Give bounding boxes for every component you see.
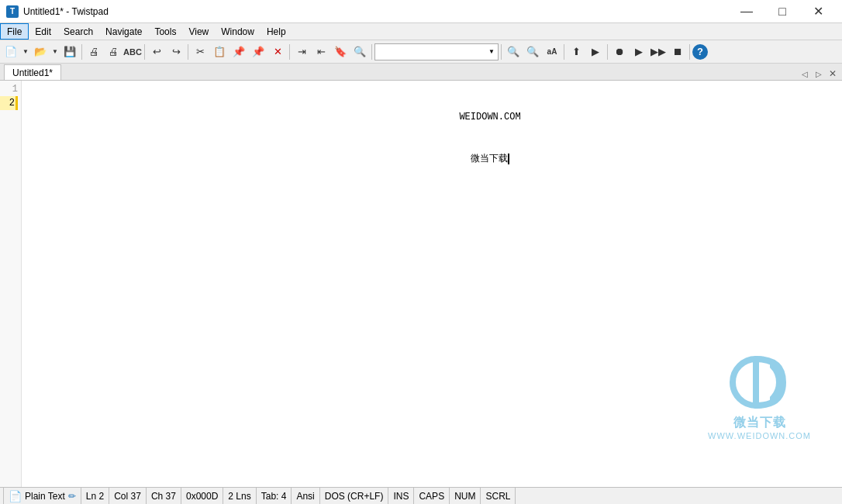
menu-navigate[interactable]: Navigate [99,23,148,40]
text-cursor [508,154,509,164]
title-bar: T Untitled1* - Twistpad — □ ✕ [0,0,842,23]
ins-value: INS [393,491,409,502]
col-value: 37 [131,491,141,502]
ln-value: 2 [99,491,105,502]
status-ch: Ch 37 [147,488,181,504]
goto-button[interactable]: ⬆ [567,43,585,61]
line-number-1: 1 [0,82,18,96]
app-icon: T [6,5,19,18]
status-tab: Tab: 4 [257,488,292,504]
undo-button[interactable]: ↩ [147,43,166,61]
ln-label: Ln [86,491,96,502]
sep5 [371,44,372,60]
editor-container: 1 2 WEIDOWN.COM 微当下载 微当下载 W [0,81,842,487]
caps-value: CAPS [419,491,444,502]
indent-button[interactable]: ⇥ [292,43,311,61]
menu-file[interactable]: File [0,23,29,40]
filetype-label: Plain Text [25,491,65,502]
tab-left-button[interactable]: ◁ [799,67,811,80]
paste-special-button[interactable]: 📌 [249,43,267,61]
zoom-in-button[interactable]: 🔍 [504,43,523,61]
minimize-button[interactable]: — [729,0,764,23]
open-dropdown[interactable]: ▼ [50,43,60,61]
sep3 [188,44,188,60]
menu-view[interactable]: View [182,23,215,40]
menu-bar: File Edit Search Navigate Tools View Win… [0,23,842,40]
open-button[interactable]: 📂 [31,43,50,61]
num-value: NUM [454,491,475,502]
ch-label: Ch [151,491,163,502]
sep6 [501,44,502,60]
sep8 [607,44,608,60]
status-lns: 2 Lns [223,488,256,504]
tab-close-button[interactable]: ✕ [826,67,839,80]
menu-edit[interactable]: Edit [29,23,57,40]
hex-value: 0x000D [186,491,218,502]
language-dropdown-arrow: ▼ [488,48,495,55]
paste-button[interactable]: 📌 [229,43,248,61]
find-button[interactable]: 🔍 [350,43,369,61]
cut-button[interactable]: ✂ [191,43,209,61]
title-bar-controls: — □ ✕ [729,0,836,23]
ch-value: 37 [166,491,176,502]
status-encoding: Ansi [292,488,319,504]
col-label: Col [114,491,128,502]
copy-button[interactable]: 📋 [210,43,229,61]
status-bar: 📄 Plain Text ✏ Ln 2 Col 37 Ch 37 0x000D … [0,487,842,504]
menu-tools[interactable]: Tools [148,23,182,40]
print-button[interactable]: 🖨 [104,43,123,61]
maximize-button[interactable]: □ [764,0,800,23]
encoding-value: Ansi [296,491,314,502]
bookmark-button[interactable]: 🔖 [331,43,350,61]
status-ins: INS [388,488,414,504]
editor-line-1: WEIDOWN.COM [25,110,839,124]
status-filetype[interactable]: 📄 Plain Text ✏ [3,488,81,504]
sep2 [144,44,145,60]
new-dropdown[interactable]: ▼ [21,43,30,61]
status-hex: 0x000D [181,488,223,504]
lns-value: 2 Lns [228,491,250,502]
delete-button[interactable]: ✕ [268,43,287,61]
tab-value: Tab: 4 [261,491,287,502]
spell-button[interactable]: ABC [123,43,142,61]
new-button[interactable]: 📄 [2,43,20,61]
play-multi-button[interactable]: ▶▶ [649,43,668,61]
save-button[interactable]: 💾 [60,43,79,61]
sep9 [689,44,690,60]
line-number-2: 2 [0,96,18,110]
editor-line-2: 微当下载 [25,152,839,166]
status-num: NUM [450,488,481,504]
tab-bar: Untitled1* ◁ ▷ ✕ [0,64,842,81]
nav1-button[interactable]: ▶ [586,43,605,61]
status-caps: CAPS [414,488,450,504]
menu-window[interactable]: Window [215,23,261,40]
redo-button[interactable]: ↪ [167,43,185,61]
title-bar-text: Untitled1* - Twistpad [23,6,729,17]
tab-untitled1[interactable]: Untitled1* [4,64,61,80]
unindent-button[interactable]: ⇤ [312,43,330,61]
menu-help[interactable]: Help [261,23,292,40]
sep1 [81,44,82,60]
menu-search[interactable]: Search [57,23,99,40]
editor-area: 1 2 WEIDOWN.COM 微当下载 微当下载 W [0,81,842,487]
editor-content[interactable]: WEIDOWN.COM 微当下载 [22,81,842,487]
stop-button[interactable]: ⏹ [668,43,687,61]
status-scrl: SCRL [481,488,516,504]
close-button[interactable]: ✕ [800,0,836,23]
status-lineend: DOS (CR+LF) [320,488,389,504]
filetype-icon: 📄 [9,490,22,502]
print-preview-button[interactable]: 🖨 [85,43,103,61]
tab-right-button[interactable]: ▷ [813,67,825,80]
toolbar: 📄 ▼ 📂 ▼ 💾 🖨 🖨 ABC ↩ ↪ ✂ 📋 📌 📌 ✕ ⇥ ⇤ 🔖 🔍 … [0,40,842,64]
play-button[interactable]: ▶ [630,43,648,61]
status-ln: Ln 2 [81,488,109,504]
lineend-value: DOS (CR+LF) [325,491,384,502]
language-dropdown[interactable]: ▼ [374,43,499,60]
tab-nav: ◁ ▷ ✕ [799,67,842,80]
record-button[interactable]: ⏺ [610,43,629,61]
status-col: Col 37 [109,488,147,504]
case-button[interactable]: aA [543,43,561,61]
zoom-out-button[interactable]: 🔍 [523,43,542,61]
sep7 [564,44,564,60]
help-button[interactable]: ? [692,44,708,60]
